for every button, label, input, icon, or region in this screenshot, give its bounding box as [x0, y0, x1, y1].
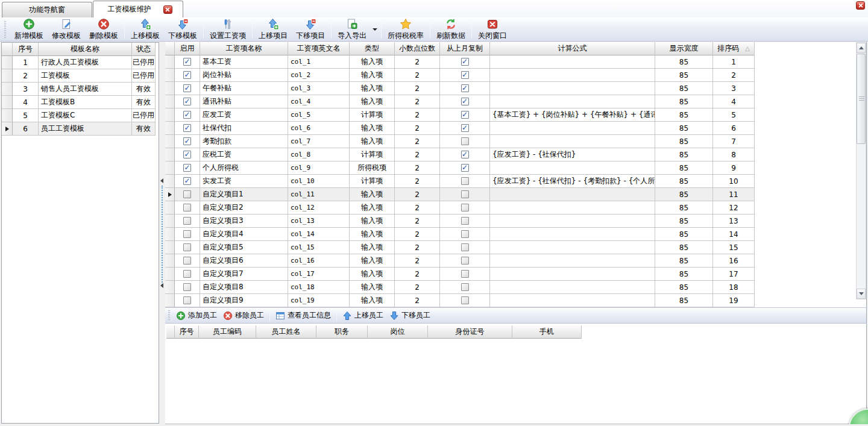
cell-decimals[interactable]: 2	[395, 82, 440, 95]
col-header-id-number[interactable]: 身份证号	[428, 325, 512, 339]
col-header-decimals[interactable]: 小数点位数	[395, 42, 440, 55]
import-export-dropdown-caret[interactable]	[371, 18, 379, 41]
cell-formula[interactable]	[490, 135, 655, 148]
cell-english-name[interactable]: col_13	[288, 215, 350, 228]
col-header-item-name[interactable]: 工资项名称	[200, 42, 288, 55]
cell-item-name[interactable]: 自定义项目3	[200, 215, 288, 228]
cell-copy-from-last-month[interactable]	[440, 95, 490, 108]
checkbox-checked-icon[interactable]	[461, 111, 469, 119]
cell-english-name[interactable]: col_7	[288, 135, 350, 148]
cell-formula[interactable]	[490, 201, 655, 215]
cell-display-width[interactable]: 85	[655, 122, 713, 135]
cell-english-name[interactable]: col_14	[288, 228, 350, 241]
row-header[interactable]	[165, 175, 175, 188]
cell-display-width[interactable]: 85	[655, 175, 713, 188]
refresh-data-button[interactable]: 刷新数据	[432, 19, 470, 40]
cell-decimals[interactable]: 2	[395, 55, 440, 69]
cell-copy-from-last-month[interactable]	[440, 268, 490, 281]
cell-decimals[interactable]: 2	[395, 268, 440, 281]
cell-formula[interactable]	[490, 254, 655, 268]
cell-decimals[interactable]: 2	[395, 215, 440, 228]
cell-display-width[interactable]: 85	[655, 135, 713, 148]
salary-item-row[interactable]: 实发工资col_10计算项2{应发工资} - {社保代扣} - {考勤扣款} -…	[165, 175, 755, 188]
cell-type[interactable]: 输入项	[350, 228, 395, 241]
salary-item-row[interactable]: 自定义项目1col_11输入项28511	[165, 188, 755, 201]
cell-template-name[interactable]: 工资模板C	[39, 109, 132, 122]
col-header-status[interactable]: 状态	[132, 43, 156, 56]
row-header[interactable]	[165, 122, 175, 135]
template-row[interactable]: 3销售人员工资模板有效	[2, 83, 156, 96]
cell-decimals[interactable]: 2	[395, 188, 440, 201]
cell-decimals[interactable]: 2	[395, 69, 440, 82]
checkbox-checked-icon[interactable]	[183, 137, 191, 145]
col-header-post[interactable]: 岗位	[368, 325, 428, 339]
tabstrip-close-button[interactable]	[856, 1, 865, 10]
cell-enabled[interactable]	[175, 294, 200, 307]
move-up-template-button[interactable]: 上移模板	[127, 19, 164, 40]
cell-index[interactable]: 3	[13, 83, 39, 96]
move-up-employee-button[interactable]: 上移员工	[339, 309, 386, 322]
col-header-mobile[interactable]: 手机	[512, 325, 582, 339]
remove-employee-button[interactable]: 移除员工	[220, 309, 267, 322]
checkbox-checked-icon[interactable]	[461, 98, 469, 105]
checkbox-checked-icon[interactable]	[461, 124, 469, 132]
row-header[interactable]	[165, 241, 175, 254]
cell-item-name[interactable]: 实发工资	[200, 175, 288, 188]
row-header[interactable]	[165, 254, 175, 268]
cell-item-name[interactable]: 基本工资	[200, 55, 288, 69]
row-header[interactable]	[165, 228, 175, 241]
add-employee-button[interactable]: 添加员工	[173, 309, 220, 322]
cell-index[interactable]: 1	[13, 56, 39, 69]
cell-formula[interactable]	[490, 55, 655, 69]
cell-item-name[interactable]: 应发工资	[200, 108, 288, 122]
cell-formula[interactable]	[490, 188, 655, 201]
import-export-button[interactable]: 导入导出	[333, 19, 371, 40]
cell-sort-code[interactable]: 18	[713, 281, 755, 294]
checkbox-unchecked-icon[interactable]	[461, 190, 469, 198]
cell-enabled[interactable]	[175, 268, 200, 281]
checkbox-unchecked-icon[interactable]	[183, 190, 191, 198]
cell-decimals[interactable]: 2	[395, 281, 440, 294]
cell-index[interactable]: 2	[13, 69, 39, 83]
cell-sort-code[interactable]: 17	[713, 268, 755, 281]
cell-sort-code[interactable]: 13	[713, 215, 755, 228]
scroll-up-button[interactable]	[857, 43, 866, 53]
salary-item-row[interactable]: 个人所得税col_9所得税项2859	[165, 161, 755, 175]
cell-item-name[interactable]: 自定义项目2	[200, 201, 288, 215]
cell-formula[interactable]	[490, 82, 655, 95]
view-employee-info-button[interactable]: 查看员工信息	[272, 309, 334, 322]
row-header-corner[interactable]	[165, 42, 175, 55]
checkbox-unchecked-icon[interactable]	[183, 296, 191, 304]
splitter-handle[interactable]	[162, 186, 163, 285]
cell-item-name[interactable]: 自定义项目8	[200, 281, 288, 294]
cell-item-name[interactable]: 社保代扣	[200, 122, 288, 135]
cell-enabled[interactable]	[175, 69, 200, 82]
cell-display-width[interactable]: 85	[655, 69, 713, 82]
row-header[interactable]	[165, 55, 175, 69]
cell-display-width[interactable]: 85	[655, 241, 713, 254]
checkbox-checked-icon[interactable]	[183, 164, 191, 172]
checkbox-checked-icon[interactable]	[183, 58, 191, 66]
cell-decimals[interactable]: 2	[395, 122, 440, 135]
cell-english-name[interactable]: col_3	[288, 82, 350, 95]
row-header[interactable]	[165, 294, 175, 307]
cell-type[interactable]: 输入项	[350, 281, 395, 294]
cell-sort-code[interactable]: 9	[713, 161, 755, 175]
cell-copy-from-last-month[interactable]	[440, 108, 490, 122]
cell-display-width[interactable]: 85	[655, 294, 713, 307]
checkbox-checked-icon[interactable]	[183, 124, 191, 132]
cell-copy-from-last-month[interactable]	[440, 161, 490, 175]
cell-english-name[interactable]: col_9	[288, 161, 350, 175]
checkbox-checked-icon[interactable]	[183, 84, 191, 92]
cell-formula[interactable]	[490, 122, 655, 135]
checkbox-unchecked-icon[interactable]	[461, 204, 469, 211]
cell-enabled[interactable]	[175, 254, 200, 268]
close-window-button[interactable]: 关闭窗口	[474, 19, 511, 40]
cell-enabled[interactable]	[175, 188, 200, 201]
col-header-index[interactable]: 序号	[175, 325, 199, 339]
salary-item-row[interactable]: 应发工资col_5计算项2{基本工资} + {岗位补贴} + {午餐补贴} + …	[165, 108, 755, 122]
checkbox-unchecked-icon[interactable]	[183, 270, 191, 278]
cell-enabled[interactable]	[175, 55, 200, 69]
cell-copy-from-last-month[interactable]	[440, 188, 490, 201]
checkbox-checked-icon[interactable]	[461, 84, 469, 92]
